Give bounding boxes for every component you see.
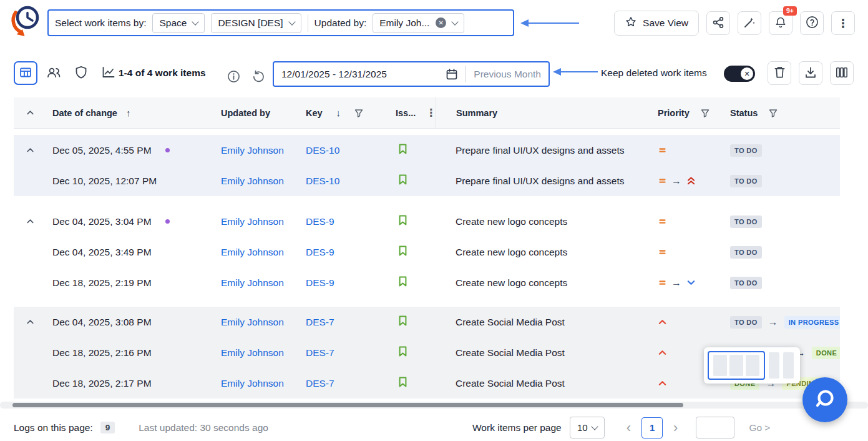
prev-page-button[interactable]: ‹	[624, 421, 633, 435]
issue-key-link[interactable]: DES-9	[306, 277, 334, 289]
col-priority[interactable]: Priority	[658, 108, 690, 118]
clear-filter-icon[interactable]: ✕	[436, 17, 446, 28]
priority-to-icon	[686, 176, 695, 186]
skeleton-bar	[713, 355, 727, 376]
col-key[interactable]: Key	[306, 108, 323, 118]
change-date: Dec 18, 2025, 2:17 PM	[52, 378, 152, 389]
user-link[interactable]: Emily Johnson	[221, 145, 284, 156]
summary-text: Create Social Media Post	[456, 378, 565, 389]
per-page-select[interactable]: 10	[570, 417, 605, 439]
collapse-group-chevron-icon[interactable]	[26, 146, 35, 155]
chevron-down-icon	[288, 18, 295, 25]
delete-logs-button[interactable]	[768, 61, 791, 85]
change-date: Dec 18, 2025, 2:19 PM	[52, 277, 152, 289]
project-dropdown[interactable]: DESIGN [DES]	[211, 13, 301, 33]
col-status[interactable]: Status	[730, 108, 758, 118]
user-link[interactable]: Emily Johnson	[221, 317, 284, 328]
issue-key-link[interactable]: DES-10	[306, 145, 339, 156]
reset-button[interactable]	[247, 66, 270, 89]
user-link[interactable]: Emily Johnson	[221, 277, 284, 289]
manage-columns-button[interactable]	[830, 61, 854, 85]
table-row[interactable]: Dec 18, 2025, 2:19 PM Emily Johnson DES-…	[14, 267, 840, 298]
support-chat-button[interactable]	[802, 377, 847, 422]
chevron-down-icon	[192, 18, 199, 25]
secondary-toolbar: 1-4 of 4 work items 12/01/2025 - 12/31/2…	[0, 60, 868, 89]
security-view-button[interactable]	[70, 61, 92, 85]
change-date: Dec 04, 2025, 3:08 PM	[52, 317, 152, 328]
updated-by-dropdown[interactable]: Emily Joh... ✕	[373, 13, 464, 33]
current-page-number: 1	[650, 422, 655, 433]
priority-from-icon	[658, 379, 666, 387]
issue-key-link[interactable]: DES-7	[306, 317, 334, 328]
download-icon	[804, 66, 817, 81]
trend-chart-icon	[102, 66, 115, 81]
sort-asc-icon[interactable]: ↑	[126, 107, 131, 118]
info-button[interactable]	[222, 66, 245, 89]
table-header-row: Date of change ↑ Updated by Key ↓ Iss...…	[14, 97, 840, 129]
table-view-button[interactable]	[14, 61, 37, 85]
chart-view-button[interactable]	[97, 61, 120, 85]
table-row[interactable]: Dec 10, 2025, 12:07 PM Emily Johnson DES…	[14, 166, 840, 196]
table-row[interactable]: Dec 04, 2025, 3:08 PM Emily Johnson DES-…	[14, 307, 840, 337]
calendar-icon[interactable]	[446, 68, 458, 81]
current-page-button[interactable]: 1	[641, 417, 663, 439]
next-page-button[interactable]: ›	[671, 421, 680, 435]
story-type-icon	[398, 215, 407, 228]
priority-from-icon	[658, 318, 666, 326]
collapse-group-chevron-icon[interactable]	[26, 217, 35, 226]
issue-key-link[interactable]: DES-7	[306, 347, 334, 359]
page-jump-input[interactable]	[696, 417, 734, 439]
user-link[interactable]: Emily Johnson	[221, 378, 284, 389]
issue-key-link[interactable]: DES-10	[306, 176, 339, 187]
magic-wand-button[interactable]	[738, 11, 761, 35]
user-link[interactable]: Emily Johnson	[221, 347, 284, 359]
summary-text: Prepare final UI/UX designs and assets	[456, 176, 625, 187]
collapse-all-chevron-icon[interactable]	[26, 108, 35, 117]
filter-funnel-icon[interactable]	[701, 109, 710, 117]
chevron-down-icon	[452, 18, 459, 25]
sort-desc-icon[interactable]: ↓	[336, 107, 341, 118]
date-range-picker[interactable]: 12/01/2025 - 12/31/2025 Previous Month	[273, 61, 550, 87]
period-preset-label[interactable]: Previous Month	[474, 69, 541, 80]
help-icon	[806, 16, 819, 31]
priority-from-icon	[658, 177, 666, 185]
priority-transition-arrow-icon: →	[671, 277, 681, 289]
users-view-button[interactable]	[42, 61, 65, 85]
keep-deleted-label: Keep deleted work items	[601, 67, 707, 79]
col-summary[interactable]: Summary	[456, 108, 497, 118]
help-button[interactable]	[800, 11, 824, 35]
logs-count-badge: 9	[100, 422, 115, 434]
col-issue-type[interactable]: Iss...	[396, 108, 416, 118]
issue-key-link[interactable]: DES-9	[306, 216, 334, 227]
collapse-group-chevron-icon[interactable]	[26, 317, 35, 327]
table-row[interactable]: Dec 05, 2025, 4:55 PM Emily Johnson DES-…	[14, 135, 840, 166]
filter-funnel-icon[interactable]	[354, 109, 363, 117]
work-items-filter-bar: Select work items by: Space DESIGN [DES]…	[47, 9, 514, 36]
more-menu-button[interactable]: ⋮	[831, 11, 855, 35]
priority-from-icon	[658, 279, 666, 287]
filter-funnel-icon[interactable]	[769, 109, 778, 117]
share-button[interactable]	[706, 11, 730, 35]
skeleton-bar	[746, 355, 759, 376]
notifications-button[interactable]: 9+	[769, 11, 792, 35]
summary-text: Create Social Media Post	[456, 317, 565, 328]
column-menu-icon[interactable]: ⋮	[426, 107, 436, 118]
col-updated-by[interactable]: Updated by	[221, 108, 270, 118]
issue-key-link[interactable]: DES-7	[306, 378, 334, 389]
save-view-button[interactable]: Save View	[614, 11, 699, 36]
export-button[interactable]	[799, 61, 822, 85]
col-date-of-change[interactable]: Date of change	[52, 108, 117, 118]
issue-key-link[interactable]: DES-9	[306, 247, 334, 258]
people-icon	[46, 66, 61, 81]
table-row[interactable]: Dec 04, 2025, 3:04 PM Emily Johnson DES-…	[14, 206, 840, 237]
scrollbar-thumb[interactable]	[12, 403, 683, 407]
user-link[interactable]: Emily Johnson	[221, 247, 284, 258]
user-link[interactable]: Emily Johnson	[221, 216, 284, 227]
keep-deleted-toggle[interactable]: ✕	[724, 66, 755, 82]
table-row[interactable]: Dec 04, 2025, 3:49 PM Emily Johnson DES-…	[14, 237, 840, 267]
go-page-button[interactable]: Go >	[749, 422, 770, 434]
space-dropdown[interactable]: Space	[152, 13, 205, 33]
horizontal-scrollbar[interactable]	[0, 402, 868, 409]
user-link[interactable]: Emily Johnson	[221, 176, 284, 187]
change-date: Dec 18, 2025, 2:16 PM	[52, 347, 152, 359]
